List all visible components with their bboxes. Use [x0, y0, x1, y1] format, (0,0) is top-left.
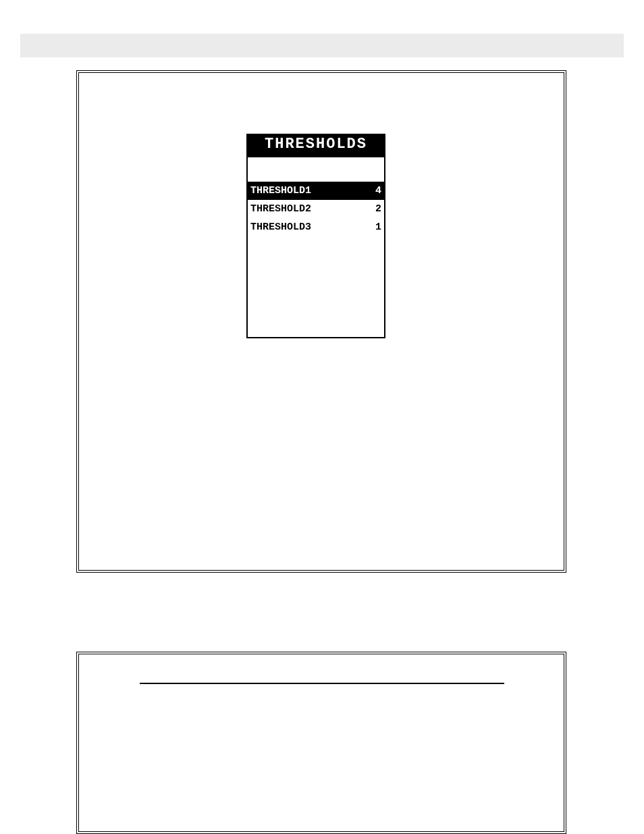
menu-item-value: 2	[375, 202, 381, 216]
menu-item-value: 1	[375, 220, 381, 234]
menu-item-label: THRESHOLD1	[250, 184, 311, 198]
top-header-bar	[20, 34, 624, 57]
menu-title: THRESHOLDS	[246, 134, 385, 156]
menu-item-value: 4	[375, 184, 381, 198]
menu-spacer	[248, 157, 384, 182]
thresholds-menu: THRESHOLDS THRESHOLD1 4 THRESHOLD2 2 THR…	[246, 134, 385, 338]
menu-item-threshold1[interactable]: THRESHOLD1 4	[248, 182, 384, 200]
menu-item-threshold3[interactable]: THRESHOLD3 1	[248, 218, 384, 236]
lower-frame	[76, 652, 566, 834]
menu-item-label: THRESHOLD3	[250, 220, 311, 234]
main-frame: THRESHOLDS THRESHOLD1 4 THRESHOLD2 2 THR…	[76, 70, 566, 573]
menu-item-label: THRESHOLD2	[250, 202, 311, 216]
menu-item-threshold2[interactable]: THRESHOLD2 2	[248, 200, 384, 218]
menu-list-box: THRESHOLD1 4 THRESHOLD2 2 THRESHOLD3 1	[246, 156, 385, 338]
underline-rule	[140, 683, 504, 684]
